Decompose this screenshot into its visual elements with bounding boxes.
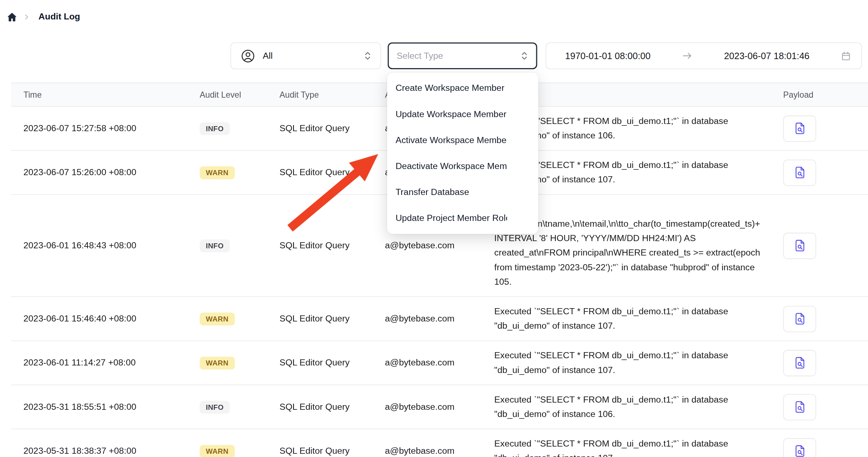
calendar-icon xyxy=(841,50,851,61)
arrow-right-icon xyxy=(682,50,693,61)
audit-log-page: Audit Log All Select Type 1970-01-01 08:… xyxy=(0,0,868,457)
date-range-picker[interactable]: 1970-01-01 08:00:00 2023-06-07 18:01:46 xyxy=(546,43,862,69)
type-filter-placeholder: Select Type xyxy=(397,51,519,61)
dropdown-item-label: Transfer Database xyxy=(395,187,469,197)
dropdown-item-label: Deactivate Workspace Member xyxy=(395,161,507,171)
chevron-right-icon xyxy=(23,13,30,20)
payload-view-button[interactable] xyxy=(783,115,816,142)
payload-view-button[interactable] xyxy=(783,394,816,420)
table-row: 2023-06-01 15:46:40 +08:00 WARN SQL Edit… xyxy=(11,297,868,341)
breadcrumb: Audit Log xyxy=(7,8,80,26)
audit-level-badge: WARN xyxy=(200,445,234,457)
col-header-audit-type: Audit Type xyxy=(279,90,385,99)
table-row: 2023-05-31 18:55:51 +08:00 INFO SQL Edit… xyxy=(11,385,868,429)
cell-audit-type: SQL Editor Query xyxy=(279,123,385,133)
audit-level-badge: INFO xyxy=(200,400,229,413)
col-header-time: Time xyxy=(11,90,200,99)
cell-audit-type: SQL Editor Query xyxy=(279,314,385,324)
type-dropdown-menu: Create Workspace Member Update Workspace… xyxy=(387,72,538,234)
payload-view-button[interactable] xyxy=(783,350,816,376)
cell-actor: a@bytebase.com xyxy=(385,402,495,412)
person-circle-icon xyxy=(241,48,256,63)
col-header-audit-level: Audit Level xyxy=(200,90,279,99)
cell-actor: a@bytebase.com xyxy=(385,358,495,368)
file-search-icon xyxy=(793,400,806,414)
payload-view-button[interactable] xyxy=(783,438,816,457)
audit-level-badge: WARN xyxy=(200,166,234,179)
cell-audit-type: SQL Editor Query xyxy=(279,402,385,412)
cell-time: 2023-06-01 15:46:40 +08:00 xyxy=(11,314,200,324)
cell-time: 2023-05-31 18:38:37 +08:00 xyxy=(11,446,200,456)
dropdown-item[interactable]: Transfer Database xyxy=(387,179,538,205)
cell-audit-type: SQL Editor Query xyxy=(279,358,385,368)
cell-actor: a@bytebase.com xyxy=(385,314,495,324)
dropdown-item[interactable]: Update Project Member Role xyxy=(387,205,538,231)
updown-chevrons-icon xyxy=(362,50,373,61)
dropdown-item-label: Create Workspace Member xyxy=(395,83,505,93)
cell-audit-type: SQL Editor Query xyxy=(279,446,385,456)
dropdown-item[interactable]: Create Workspace Member xyxy=(387,75,538,101)
audit-level-badge: WARN xyxy=(200,312,234,325)
type-filter-select[interactable]: Select Type xyxy=(388,43,537,69)
cell-time: 2023-05-31 18:55:51 +08:00 xyxy=(11,402,200,412)
user-filter-value: All xyxy=(263,51,355,61)
cell-audit-type: SQL Editor Query xyxy=(279,168,385,178)
cell-time: 2023-06-07 15:27:58 +08:00 xyxy=(11,123,200,133)
updown-chevrons-icon xyxy=(519,50,530,61)
file-search-icon xyxy=(793,444,806,457)
date-range-end: 2023-06-07 18:01:46 xyxy=(724,50,809,61)
dropdown-item[interactable]: Activate Workspace Member xyxy=(387,127,538,153)
page-title: Audit Log xyxy=(39,12,80,22)
dropdown-item[interactable]: Update Workspace Member xyxy=(387,101,538,127)
table-row: 2023-05-31 18:38:37 +08:00 WARN SQL Edit… xyxy=(11,429,868,457)
file-search-icon xyxy=(793,166,806,179)
payload-view-button[interactable] xyxy=(783,232,816,259)
cell-comment: Executed `"SELECT * FROM db_ui_demo.t1;"… xyxy=(494,297,783,341)
user-filter-select[interactable]: All xyxy=(231,43,381,69)
cell-audit-type: SQL Editor Query xyxy=(279,241,385,251)
file-search-icon xyxy=(793,122,806,135)
cell-time: 2023-06-01 16:48:43 +08:00 xyxy=(11,241,200,251)
dropdown-item[interactable]: Deactivate Workspace Member xyxy=(387,153,538,179)
file-search-icon xyxy=(793,312,806,325)
audit-level-badge: WARN xyxy=(200,356,234,369)
payload-view-button[interactable] xyxy=(783,306,816,332)
date-range-start: 1970-01-01 08:00:00 xyxy=(565,50,650,61)
cell-actor: a@bytebase.com xyxy=(385,446,495,456)
file-search-icon xyxy=(793,239,806,252)
dropdown-item-label: Activate Workspace Member xyxy=(395,135,507,145)
home-icon[interactable] xyxy=(7,12,17,22)
cell-comment: Executed `"SELECT * FROM db_ui_demo.t1;"… xyxy=(494,341,783,385)
cell-time: 2023-06-07 15:26:00 +08:00 xyxy=(11,168,200,178)
cell-actor: a@bytebase.com xyxy=(385,241,495,251)
table-row: 2023-06-01 11:14:27 +08:00 WARN SQL Edit… xyxy=(11,341,868,385)
dropdown-item-label: Update Workspace Member xyxy=(395,109,506,119)
col-header-payload: Payload xyxy=(783,90,868,99)
cell-time: 2023-06-01 11:14:27 +08:00 xyxy=(11,358,200,368)
file-search-icon xyxy=(793,356,806,369)
dropdown-item-label: Update Project Member Role xyxy=(395,213,507,223)
cell-comment: Executed `"SELECT * FROM db_ui_demo.t1;"… xyxy=(494,385,783,429)
cell-comment: Executed `"SELECT * FROM db_ui_demo.t1;"… xyxy=(494,429,783,457)
audit-level-badge: INFO xyxy=(200,122,229,135)
audit-level-badge: INFO xyxy=(200,239,229,252)
payload-view-button[interactable] xyxy=(783,159,816,186)
